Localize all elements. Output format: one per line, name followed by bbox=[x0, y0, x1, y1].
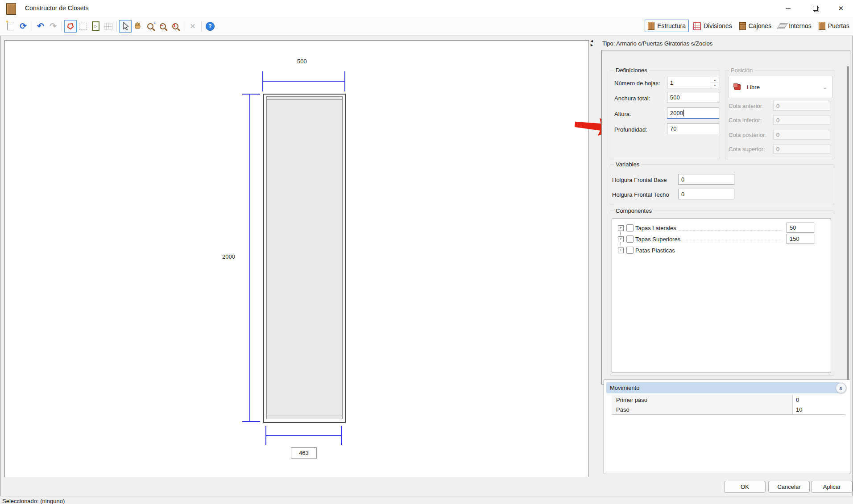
ok-button[interactable]: OK bbox=[724, 481, 766, 493]
door-tool-icon: ▷ bbox=[92, 21, 99, 31]
bottom-dimension-field[interactable]: 463 bbox=[291, 447, 317, 459]
new-document-icon: ✶ bbox=[7, 22, 14, 30]
close-button[interactable]: ✕ bbox=[831, 0, 851, 17]
tab-internos[interactable]: Internos bbox=[776, 21, 814, 31]
patas-plasticas-checkbox[interactable] bbox=[626, 247, 634, 254]
componentes-title: Componentes bbox=[614, 207, 654, 214]
leader-line bbox=[682, 236, 782, 242]
tapas-superiores-value-field[interactable]: 150 bbox=[787, 234, 814, 244]
holgura-techo-field[interactable]: 0 bbox=[678, 189, 734, 199]
anchura-field[interactable]: 500 bbox=[667, 92, 719, 103]
help-button[interactable]: ? bbox=[204, 20, 216, 33]
status-text: Seleccionado: (ninguno) bbox=[2, 498, 65, 504]
refresh-button[interactable]: ⟳ bbox=[17, 20, 29, 33]
redo-button[interactable]: ↷ bbox=[47, 20, 59, 33]
shelves-icon bbox=[777, 23, 788, 29]
drawers-icon bbox=[739, 22, 746, 30]
hojas-spinner[interactable]: ▲ ▼ bbox=[711, 77, 719, 88]
toolbar-separator bbox=[184, 21, 184, 31]
minimize-button[interactable] bbox=[778, 0, 798, 17]
expand-icon[interactable]: + bbox=[618, 236, 624, 242]
paso-field[interactable]: 10 bbox=[792, 405, 845, 414]
toolbar-separator bbox=[62, 21, 62, 31]
posicion-dropdown[interactable]: Libre ⌄ bbox=[728, 76, 832, 98]
toolbar-separator bbox=[116, 21, 117, 31]
expand-icon[interactable]: + bbox=[618, 225, 624, 231]
left-dimension-label: 2000 bbox=[222, 253, 235, 260]
tree-item-label[interactable]: Patas Plasticas bbox=[635, 247, 675, 254]
tab-estructura[interactable]: Estructura bbox=[645, 20, 689, 32]
altura-field[interactable]: 2000 bbox=[667, 107, 719, 119]
app-icon bbox=[6, 3, 16, 15]
cota-inferior-value: 0 bbox=[776, 117, 779, 124]
cota-posterior-field: 0 bbox=[773, 130, 830, 140]
top-dimension-line bbox=[262, 81, 345, 82]
movimiento-row: Primer paso 0 bbox=[612, 395, 845, 405]
draw-structure-button[interactable] bbox=[64, 20, 77, 33]
mode-tabs: Estructura Divisiones Cajones Internos P… bbox=[645, 19, 852, 33]
cota-posterior-label: Cota posterior: bbox=[729, 132, 766, 138]
app-window: Constructor de Closets ✕ ✶ ⟳ ↶ ↷ bbox=[0, 0, 853, 504]
holgura-base-field[interactable]: 0 bbox=[678, 174, 734, 185]
zoom-window-icon bbox=[147, 23, 153, 29]
cancel-button[interactable]: Cancelar bbox=[768, 481, 810, 493]
cota-superior-field: 0 bbox=[773, 144, 830, 154]
restore-button[interactable] bbox=[805, 0, 826, 17]
primer-paso-field[interactable]: 0 bbox=[792, 395, 845, 405]
toolbar-separator bbox=[32, 21, 32, 31]
wardrobe-bottom-panel-line bbox=[267, 416, 342, 416]
tab-label: Estructura bbox=[657, 22, 686, 29]
type-label: Tipo: Armario c/Puertas Giratorias s/Zoc… bbox=[602, 40, 712, 47]
bottom-dimension-line bbox=[265, 435, 342, 436]
movimiento-row: Paso 10 bbox=[612, 405, 845, 415]
tapas-laterales-value-field[interactable]: 50 bbox=[787, 223, 814, 233]
panel-collapse-toggle[interactable]: ◄ ► bbox=[590, 39, 594, 47]
spinner-down-icon: ▼ bbox=[711, 83, 719, 88]
movimiento-title: Movimiento bbox=[610, 384, 639, 391]
delete-icon: ✕ bbox=[190, 22, 196, 30]
refresh-icon: ⟳ bbox=[20, 21, 27, 31]
movimiento-collapse-button[interactable]: « bbox=[836, 383, 846, 393]
zoom-window-button[interactable]: + bbox=[144, 20, 157, 33]
holgura-base-value: 0 bbox=[681, 176, 684, 183]
pan-hand-button[interactable] bbox=[132, 20, 144, 33]
door-tool-button[interactable]: ▷ bbox=[89, 20, 102, 33]
tab-label: Puertas bbox=[828, 22, 849, 29]
tab-puertas[interactable]: Puertas bbox=[816, 20, 852, 32]
divisions-grid-icon bbox=[693, 22, 701, 30]
tab-divisiones[interactable]: Divisiones bbox=[691, 21, 735, 32]
grid-tool-button[interactable] bbox=[102, 20, 114, 33]
tree-item-label[interactable]: Tapas Laterales bbox=[635, 225, 676, 231]
tab-cajones[interactable]: Cajones bbox=[737, 20, 774, 32]
expand-icon[interactable]: + bbox=[618, 248, 624, 253]
zoom-out-button[interactable]: − bbox=[157, 20, 169, 33]
zoom-actual-button[interactable]: 1 bbox=[169, 20, 182, 33]
panel-scrollbar[interactable] bbox=[847, 66, 849, 380]
profundidad-field[interactable]: 70 bbox=[667, 123, 719, 134]
paso-label: Paso bbox=[612, 406, 629, 413]
delete-button[interactable]: ✕ bbox=[186, 20, 199, 33]
left-dimension-line bbox=[249, 94, 250, 422]
tapas-laterales-checkbox[interactable] bbox=[626, 224, 634, 231]
red-layers-icon bbox=[734, 84, 741, 90]
posicion-title: Posición bbox=[729, 67, 754, 74]
spinner-up-icon: ▲ bbox=[711, 77, 719, 83]
variables-title: Variables bbox=[614, 161, 641, 168]
select-cursor-button[interactable] bbox=[119, 20, 132, 33]
new-document-button[interactable]: ✶ bbox=[4, 20, 17, 33]
primer-paso-label: Primer paso bbox=[612, 397, 647, 403]
tab-label: Divisiones bbox=[704, 22, 732, 29]
tab-label: Internos bbox=[789, 22, 812, 29]
holgura-techo-value: 0 bbox=[681, 191, 684, 198]
apply-button[interactable]: Aplicar bbox=[811, 481, 853, 493]
hojas-field[interactable]: 1 ▲ ▼ bbox=[667, 77, 719, 88]
tree-item-label[interactable]: Tapas Superiores bbox=[635, 236, 680, 243]
tree-row-tapas-superiores: + Tapas Superiores bbox=[618, 234, 784, 244]
cota-posterior-value: 0 bbox=[776, 132, 779, 138]
undo-icon: ↶ bbox=[37, 21, 44, 31]
draw-structure-icon bbox=[66, 22, 75, 30]
door-icon bbox=[819, 22, 825, 30]
undo-button[interactable]: ↶ bbox=[34, 20, 47, 33]
selection-marquee-button[interactable] bbox=[77, 20, 89, 33]
tapas-superiores-checkbox[interactable] bbox=[626, 235, 634, 243]
